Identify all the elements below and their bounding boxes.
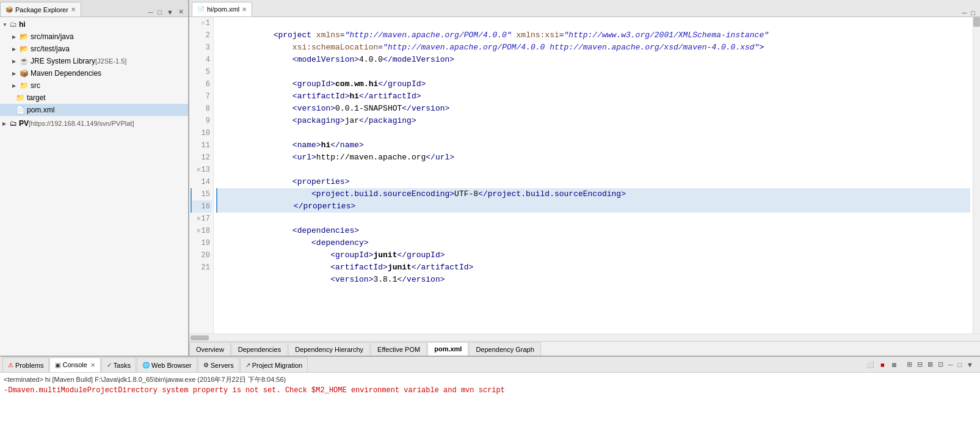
editor-tab-label: hi/pom.xml: [207, 5, 239, 13]
arrow-hi: ▼: [2, 22, 10, 27]
tree-item-src-main-label: src/main/java: [31, 32, 74, 41]
code-content[interactable]: <project xmlns="http://maven.apache.org/…: [214, 17, 973, 334]
arrow-src: ▶: [12, 83, 20, 89]
tree-item-pv[interactable]: ▶ 🗂 PV [https://192.168.41.149/svn/PVPla…: [0, 117, 188, 130]
console-action-1[interactable]: ⊞: [905, 359, 914, 370]
console-content: <terminated> hi [Maven Build] F:\Java\jd…: [0, 373, 980, 446]
pom-xml-icon: 📄: [16, 106, 25, 114]
console-error-line: -Dmaven.multiModuleProjectDirectory syst…: [4, 386, 976, 395]
jre-icon: ☕: [20, 57, 29, 65]
tab-close-icon[interactable]: ✕: [71, 6, 76, 13]
target-icon: 📁: [16, 93, 25, 102]
sidebar-close-icon[interactable]: ✕: [176, 7, 186, 16]
package-icon: 📦: [5, 6, 13, 13]
project-icon: 🗂: [10, 20, 17, 29]
console-tab-problems[interactable]: ⚠ Problems: [2, 357, 49, 372]
tree-item-src-test-label: src/test/java: [31, 45, 70, 53]
editor-tab-bar: 📄 hi/pom.xml ✕ ─ □: [189, 0, 980, 17]
bottom-tab-dependencies[interactable]: Dependencies: [231, 342, 288, 356]
servers-icon: ⚙: [203, 362, 209, 368]
console-action-4[interactable]: ⊡: [936, 359, 945, 370]
console-terminate-icon[interactable]: ⏹: [888, 359, 900, 370]
tree-item-src-test[interactable]: ▶ 📂 src/test/java: [0, 43, 188, 55]
code-line-17: <dependencies>: [216, 213, 970, 225]
pom-tab-icon: 📄: [197, 6, 205, 13]
arrow-pv: ▶: [2, 121, 10, 126]
bottom-tab-overview[interactable]: Overview: [189, 342, 231, 356]
tree-item-pv-label: PV: [19, 119, 29, 128]
code-line-5: <groupId>com.wm.hi</groupId>: [216, 66, 970, 78]
tree-item-jre[interactable]: ▶ ☕ JRE System Library [J2SE-1.5]: [0, 55, 188, 67]
tree-item-maven-label: Maven Dependencies: [31, 69, 101, 78]
arrow-maven: ▶: [12, 71, 20, 76]
tree-item-src-label: src: [31, 81, 40, 90]
console-maximize[interactable]: □: [956, 360, 964, 370]
bottom-tab-pom-xml[interactable]: pom.xml: [427, 342, 468, 356]
package-tree: ▼ 🗂 hi ▶ 📂 src/main/java ▶ 📂 src/test/ja…: [0, 17, 188, 356]
code-editor: ⊟1 2 3 4 5 6 7 8 9 10 11 12 ⊟13 14 15: [189, 17, 980, 334]
maven-icon: 📦: [20, 69, 29, 78]
console-tab-tasks[interactable]: ✓ Tasks: [101, 357, 136, 372]
console-stop-icon[interactable]: ■: [878, 359, 887, 370]
tree-item-jre-label: JRE System Library: [31, 57, 95, 65]
tree-item-maven[interactable]: ▶ 📦 Maven Dependencies: [0, 67, 188, 79]
tab-package-explorer-label: Package Explorer: [15, 6, 68, 13]
console-panel: ⚠ Problems ▣ Console ✕ ✓ Tasks 🌐 Web Bro…: [0, 356, 980, 446]
tree-item-pom-xml[interactable]: 📄 pom.xml: [0, 104, 188, 116]
code-line-10: <name>hi</name>: [216, 127, 970, 139]
tree-item-target-label: target: [27, 93, 46, 102]
tree-item-pv-suffix: [https://192.168.41.149/svn/PVPlat]: [29, 120, 134, 127]
tree-item-src-main[interactable]: ▶ 📂 src/main/java: [0, 31, 188, 43]
console-action-2[interactable]: ⊟: [915, 359, 924, 370]
sidebar-view-menu-icon[interactable]: ▼: [165, 8, 175, 16]
editor-tab-pom-xml[interactable]: 📄 hi/pom.xml ✕: [192, 2, 252, 16]
editor-tab-close[interactable]: ✕: [242, 6, 247, 13]
console-icon: ▣: [55, 362, 60, 368]
tab-package-explorer[interactable]: 📦 Package Explorer ✕: [0, 2, 81, 16]
problems-icon: ⚠: [8, 362, 13, 368]
tree-item-hi[interactable]: ▼ 🗂 hi: [0, 18, 188, 31]
console-clear-icon[interactable]: ⬜: [863, 359, 877, 370]
console-terminated-line: <terminated> hi [Maven Build] F:\Java\jd…: [4, 375, 976, 384]
sidebar-minimize-icon[interactable]: ─: [147, 8, 155, 16]
sidebar-tab-bar: 📦 Package Explorer ✕ ─ □ ▼ ✕: [0, 0, 188, 17]
line-numbers: ⊟1 2 3 4 5 6 7 8 9 10 11 12 ⊟13 14 15: [189, 17, 214, 334]
console-tab-project-migration[interactable]: ↗ Project Migration: [240, 357, 308, 372]
src-icon: 📁: [20, 81, 29, 90]
bottom-tab-dependency-hierarchy[interactable]: Dependency Hierarchy: [288, 342, 370, 356]
web-browser-icon: 🌐: [142, 362, 150, 368]
tree-item-hi-label: hi: [19, 20, 26, 29]
src-test-icon: 📂: [20, 45, 29, 53]
console-tab-close[interactable]: ✕: [90, 362, 95, 368]
package-explorer-panel: 📦 Package Explorer ✕ ─ □ ▼ ✕ ▼ 🗂: [0, 0, 189, 356]
migration-icon: ↗: [245, 362, 250, 368]
editor-scrollbar[interactable]: [973, 17, 980, 334]
sidebar-maximize-icon[interactable]: □: [156, 8, 164, 16]
tree-item-pom-xml-label: pom.xml: [27, 106, 54, 114]
console-action-3[interactable]: ⊠: [926, 359, 935, 370]
tasks-icon: ✓: [107, 362, 112, 368]
arrow-src-main: ▶: [12, 34, 20, 40]
editor-bottom-tab-bar: Overview Dependencies Dependency Hierarc…: [189, 341, 980, 356]
editor-min-icon[interactable]: ─: [962, 9, 967, 16]
editor-panel: 📄 hi/pom.xml ✕ ─ □ ⊟1 2 3 4: [189, 0, 980, 356]
editor-max-icon[interactable]: □: [971, 9, 975, 16]
src-main-icon: 📂: [20, 32, 29, 41]
console-tab-web-browser[interactable]: 🌐 Web Browser: [137, 357, 197, 372]
tree-item-jre-suffix: [J2SE-1.5]: [95, 57, 126, 65]
tree-item-src[interactable]: ▶ 📁 src: [0, 79, 188, 92]
console-view-menu[interactable]: ▼: [965, 360, 975, 370]
tree-item-target[interactable]: 📁 target: [0, 92, 188, 104]
arrow-src-test: ▶: [12, 46, 20, 52]
bottom-tab-dependency-graph[interactable]: Dependency Graph: [469, 342, 540, 356]
pv-icon: 🗂: [10, 119, 17, 128]
arrow-jre: ▶: [12, 59, 20, 64]
console-tab-console[interactable]: ▣ Console ✕: [49, 357, 100, 372]
bottom-tab-effective-pom[interactable]: Effective POM: [371, 342, 427, 356]
console-minimize[interactable]: ─: [946, 360, 955, 370]
console-tab-servers[interactable]: ⚙ Servers: [198, 357, 239, 372]
console-tab-bar: ⚠ Problems ▣ Console ✕ ✓ Tasks 🌐 Web Bro…: [0, 357, 980, 373]
code-line-13: <properties>: [216, 164, 970, 176]
code-line-1: <project xmlns="http://maven.apache.org/…: [216, 17, 970, 29]
